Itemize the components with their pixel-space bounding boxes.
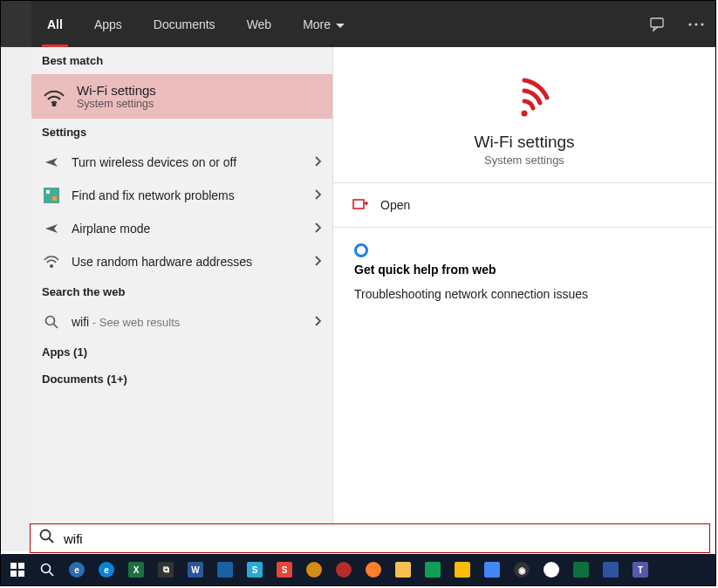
filter-tabs: All Apps Documents Web More xyxy=(1,1,715,47)
chevron-right-icon xyxy=(315,188,322,202)
svg-rect-15 xyxy=(10,571,17,577)
setting-row-label: Use random hardware addresses xyxy=(72,255,304,269)
best-match-label: Best match xyxy=(31,47,332,74)
setting-row-label: Find and fix network problems xyxy=(72,188,304,202)
open-icon xyxy=(352,197,368,213)
preview-panel: Wi-Fi settings System settings Open Get … xyxy=(332,47,715,551)
tab-more-label: More xyxy=(303,17,331,31)
web-result-wifi[interactable]: wifi - See web results xyxy=(31,305,332,338)
taskbar: e e X ⧉ W S S ◉ T xyxy=(1,554,715,585)
svg-rect-6 xyxy=(46,190,50,194)
taskbar-app-icon[interactable] xyxy=(538,557,564,583)
airplane-icon xyxy=(42,219,61,238)
taskbar-edge-icon[interactable]: e xyxy=(93,557,120,583)
setting-row-label: Airplane mode xyxy=(72,222,304,236)
start-button[interactable] xyxy=(4,557,31,583)
taskbar-ie-icon[interactable]: e xyxy=(64,557,90,583)
svg-rect-5 xyxy=(44,188,59,203)
best-match-title: Wi-Fi settings xyxy=(77,83,156,98)
web-result-text: wifi - See web results xyxy=(72,315,304,329)
tab-all[interactable]: All xyxy=(31,1,79,47)
setting-turn-wireless-on-off[interactable]: Turn wireless devices on or off xyxy=(31,146,332,179)
taskbar-store-icon[interactable]: ⧉ xyxy=(153,557,179,583)
help-title: Get quick help from web xyxy=(354,263,694,277)
taskbar-app-icon[interactable]: ◉ xyxy=(509,557,535,583)
svg-rect-7 xyxy=(52,196,57,201)
svg-rect-16 xyxy=(18,571,24,577)
setting-airplane-mode[interactable]: Airplane mode xyxy=(31,212,332,245)
taskbar-app-icon[interactable] xyxy=(212,557,238,583)
results-panel: Best match Wi-Fi settings System setting… xyxy=(31,47,332,551)
taskbar-app-icon[interactable]: S xyxy=(271,557,297,583)
svg-point-10 xyxy=(522,111,528,117)
taskbar-teams-icon[interactable]: T xyxy=(627,557,653,583)
svg-point-3 xyxy=(701,23,703,25)
svg-rect-11 xyxy=(353,200,364,209)
search-icon xyxy=(39,529,55,548)
svg-point-9 xyxy=(46,317,55,325)
svg-rect-0 xyxy=(651,18,663,27)
tab-web[interactable]: Web xyxy=(231,1,288,47)
taskbar-keep-icon[interactable] xyxy=(449,557,475,583)
svg-point-12 xyxy=(41,530,51,540)
svg-point-4 xyxy=(53,103,56,106)
taskbar-excel-icon[interactable]: X xyxy=(123,557,149,583)
chevron-right-icon xyxy=(315,255,322,269)
tab-more[interactable]: More xyxy=(287,1,360,47)
chevron-right-icon xyxy=(315,315,322,329)
setting-row-label: Turn wireless devices on or off xyxy=(72,155,304,169)
search-web-section-label: Search the web xyxy=(31,278,332,305)
wifi-icon-large xyxy=(496,73,552,124)
taskbar-app-icon[interactable] xyxy=(568,557,594,583)
more-options-icon[interactable] xyxy=(677,5,715,44)
cortana-icon xyxy=(354,243,368,257)
open-label: Open xyxy=(380,198,410,212)
svg-point-17 xyxy=(42,564,51,573)
taskbar-docs-icon[interactable] xyxy=(479,557,505,583)
preview-subtitle: System settings xyxy=(484,154,564,167)
chevron-right-icon xyxy=(315,155,322,169)
search-input[interactable] xyxy=(64,531,701,546)
tab-documents[interactable]: Documents xyxy=(138,1,231,47)
help-link-troubleshooting[interactable]: Troubleshooting network connection issue… xyxy=(354,287,694,301)
svg-point-2 xyxy=(694,23,697,25)
apps-section-label[interactable]: Apps (1) xyxy=(31,338,332,366)
taskbar-app-icon[interactable] xyxy=(331,557,357,583)
taskbar-snagit-icon[interactable]: S xyxy=(242,557,268,583)
best-match-result-wifi-settings[interactable]: Wi-Fi settings System settings xyxy=(31,74,332,119)
best-match-subtitle: System settings xyxy=(77,98,156,110)
chevron-down-icon xyxy=(336,17,345,31)
control-panel-icon xyxy=(42,186,61,205)
svg-rect-13 xyxy=(10,563,17,569)
taskbar-firefox-icon[interactable] xyxy=(360,557,386,583)
svg-point-8 xyxy=(51,265,53,268)
web-result-query: wifi xyxy=(72,315,89,329)
preview-title: Wi-Fi settings xyxy=(474,133,574,152)
svg-rect-14 xyxy=(18,563,24,569)
wifi-icon xyxy=(42,252,61,271)
wifi-icon xyxy=(42,85,66,109)
taskbar-search-icon[interactable] xyxy=(34,557,60,583)
open-action[interactable]: Open xyxy=(333,183,715,228)
search-box[interactable] xyxy=(30,523,710,553)
taskbar-app-icon[interactable] xyxy=(301,557,327,583)
airplane-icon xyxy=(42,153,61,172)
setting-random-hardware-addresses[interactable]: Use random hardware addresses xyxy=(31,245,332,278)
taskbar-calculator-icon[interactable] xyxy=(598,557,624,583)
taskbar-explorer-icon[interactable] xyxy=(390,557,416,583)
setting-find-fix-network[interactable]: Find and fix network problems xyxy=(31,179,332,212)
web-result-suffix: - See web results xyxy=(89,316,180,329)
settings-section-label: Settings xyxy=(31,119,332,146)
chevron-right-icon xyxy=(315,222,322,236)
documents-section-label[interactable]: Documents (1+) xyxy=(31,366,332,393)
taskbar-sheets-icon[interactable] xyxy=(420,557,446,583)
taskbar-word-icon[interactable]: W xyxy=(182,557,209,583)
feedback-icon[interactable] xyxy=(639,5,677,44)
tab-apps[interactable]: Apps xyxy=(79,1,138,47)
search-icon xyxy=(42,312,61,332)
svg-point-1 xyxy=(688,23,691,25)
